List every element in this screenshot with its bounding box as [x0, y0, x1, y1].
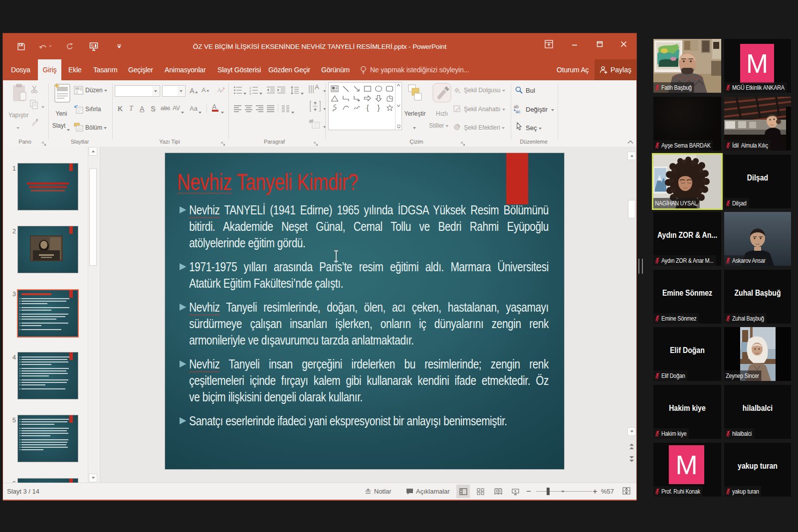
find-label[interactable]: Bul	[526, 87, 535, 94]
shape-outline-label[interactable]: Şekil Anahattı	[464, 106, 505, 113]
fit-slide-to-window-button[interactable]	[619, 484, 633, 498]
arrange-icon[interactable]	[407, 83, 423, 105]
collapse-ribbon-icon[interactable]	[627, 137, 633, 146]
paste-button[interactable]	[11, 83, 28, 106]
align-text-dropdown[interactable]	[323, 104, 326, 113]
participant-tile-idil-almula-kilic[interactable]: İdil Almula Kılıç	[724, 97, 791, 151]
tab-gorunum[interactable]: Görünüm	[321, 59, 350, 80]
align-center-icon[interactable]	[244, 105, 253, 115]
numbering-dropdown[interactable]	[259, 89, 262, 98]
section-label[interactable]: Bölüm	[85, 124, 107, 131]
undo-icon[interactable]	[38, 33, 52, 59]
arrange-dropdown[interactable]	[413, 123, 416, 132]
cizim-dialog-launcher[interactable]	[461, 139, 466, 144]
align-left-icon[interactable]	[233, 105, 242, 115]
maximize-button[interactable]	[589, 33, 610, 54]
tab-tasarim[interactable]: Tasarım	[93, 59, 117, 80]
text-direction-icon[interactable]: A	[308, 83, 321, 96]
notes-button[interactable]: Notlar	[365, 483, 392, 500]
columns-icon[interactable]	[281, 105, 290, 115]
sign-in-link[interactable]: Oturum Aç	[557, 59, 589, 80]
qat-customize-icon[interactable]	[114, 33, 125, 59]
participant-tile-askarov-ansar[interactable]: Askarov Ansar	[724, 212, 791, 266]
tab-gecisler[interactable]: Geçişler	[128, 59, 153, 80]
paste-label[interactable]: Yapıştır	[8, 112, 28, 119]
tab-giris[interactable]: Giriş	[38, 59, 61, 80]
decrease-indent-icon[interactable]	[266, 86, 275, 97]
new-slide-label2[interactable]: Slayt	[52, 122, 66, 129]
line-spacing-dropdown[interactable]	[301, 89, 304, 98]
font-color-dropdown[interactable]	[221, 108, 224, 117]
participant-tile-hakim-kiye[interactable]: Hakim kiye Hakim kiye	[653, 385, 721, 439]
participant-tile-elif-dogan[interactable]: Elif Doğan Elif Doğan	[653, 327, 721, 381]
layout-label[interactable]: Düzen	[85, 87, 107, 94]
close-button[interactable]	[612, 33, 634, 54]
text-shadow-button[interactable]: S	[151, 105, 155, 113]
participant-tile-zeynep-sincer[interactable]: Zeynep Sincer	[724, 327, 791, 381]
slideshow-view-button[interactable]	[509, 485, 522, 498]
convert-smartart-dropdown[interactable]	[323, 122, 326, 131]
zoom-level[interactable]: %57	[601, 483, 614, 500]
format-painter-icon[interactable]	[30, 118, 39, 129]
section-icon[interactable]	[74, 123, 83, 134]
slide-scrollbar[interactable]	[627, 151, 637, 479]
start-slideshow-icon[interactable]: 5	[88, 33, 101, 59]
bold-button[interactable]: K	[118, 105, 123, 113]
change-case-dropdown[interactable]	[199, 108, 201, 117]
thumbnail-scrollbar[interactable]	[88, 147, 98, 483]
participant-tile-emine-sonmez[interactable]: Emine Sönmez Emine Sönmez	[653, 270, 721, 324]
new-slide-dropdown[interactable]	[67, 125, 70, 134]
participant-tile-yakup-turan[interactable]: yakup turan yakup turan	[724, 443, 791, 497]
numbering-icon[interactable]: 123	[249, 86, 258, 97]
line-spacing-icon[interactable]	[290, 86, 299, 97]
comments-button[interactable]: Açıklamalar	[406, 483, 450, 500]
font-name-combo[interactable]	[115, 85, 160, 97]
shape-fill-label[interactable]: Şekil Dolgusu	[464, 87, 505, 94]
convert-smartart-icon[interactable]	[308, 118, 321, 131]
shapes-gallery-scroll[interactable]	[395, 83, 401, 130]
minimize-button[interactable]	[564, 33, 586, 54]
tab-slayt-gosterisi[interactable]: Slayt Gösterisi	[217, 59, 261, 80]
change-case-button[interactable]: Aa	[190, 105, 198, 112]
new-slide-label1[interactable]: Yeni	[56, 110, 67, 117]
font-size-combo[interactable]	[162, 85, 186, 97]
participant-tile-hilalbalci[interactable]: hilalbalci hilalbalci	[724, 385, 791, 439]
tell-me-box[interactable]: Ne yapmak istediğinizi söyleyin...	[360, 59, 469, 80]
shape-outline-icon[interactable]	[453, 105, 461, 115]
participant-tile-ayse-sema-bardak[interactable]: Ayşe Sema BARDAK	[653, 97, 721, 151]
strikethrough-button[interactable]: abc	[161, 105, 170, 112]
participant-tile-fatih-basbug[interactable]: Fatih Başbuğ	[653, 39, 721, 93]
ribbon-display-options-icon[interactable]	[538, 33, 560, 54]
character-spacing-button[interactable]: AV	[173, 105, 180, 112]
slide-indicator[interactable]: Slayt 3 / 14	[7, 483, 39, 500]
select-label[interactable]: Seç	[526, 124, 542, 132]
yazitipi-dialog-launcher[interactable]	[221, 139, 226, 144]
clear-formatting-icon[interactable]: A	[216, 86, 225, 97]
bullets-dropdown[interactable]	[243, 89, 246, 98]
slide-thumbnail-1[interactable]	[18, 164, 78, 210]
reset-label[interactable]: Sıfırla	[85, 106, 101, 113]
select-icon[interactable]	[516, 122, 523, 133]
shapes-gallery[interactable]: { }	[328, 82, 402, 130]
slide-thumbnail-5[interactable]	[18, 415, 78, 462]
quick-styles-label2[interactable]: Stiller	[429, 122, 448, 129]
next-slide-button[interactable]	[628, 455, 635, 465]
text-direction-dropdown[interactable]	[323, 86, 326, 95]
new-slide-button[interactable]	[53, 82, 71, 106]
reading-view-button[interactable]	[491, 485, 505, 498]
copy-dropdown[interactable]	[41, 102, 44, 111]
participant-tile-zuhal-basbug[interactable]: Zuhal Başbuğ Zuhal Başbuğ	[724, 270, 791, 324]
slide-sorter-view-button[interactable]	[474, 485, 487, 498]
slide-canvas[interactable]: Nevhiz Tanyeli Kimdir? Nevhiz TANYELİ (1…	[165, 153, 564, 469]
find-icon[interactable]	[515, 86, 523, 96]
zoom-out-button[interactable]: −	[526, 483, 531, 500]
save-icon[interactable]	[15, 33, 27, 59]
cut-icon[interactable]	[30, 85, 39, 96]
copy-icon[interactable]	[30, 100, 38, 111]
italic-button[interactable]: T	[129, 105, 133, 113]
participant-tile-mgu-etkinlik[interactable]: M MGÜ Etkinlik ANKARA	[724, 39, 791, 93]
paste-dropdown[interactable]	[16, 123, 19, 132]
slide-title[interactable]: Nevhiz Tanyeli Kimdir?	[177, 169, 504, 195]
tab-dosya[interactable]: Dosya	[11, 59, 30, 80]
underline-button[interactable]: A	[140, 105, 144, 113]
